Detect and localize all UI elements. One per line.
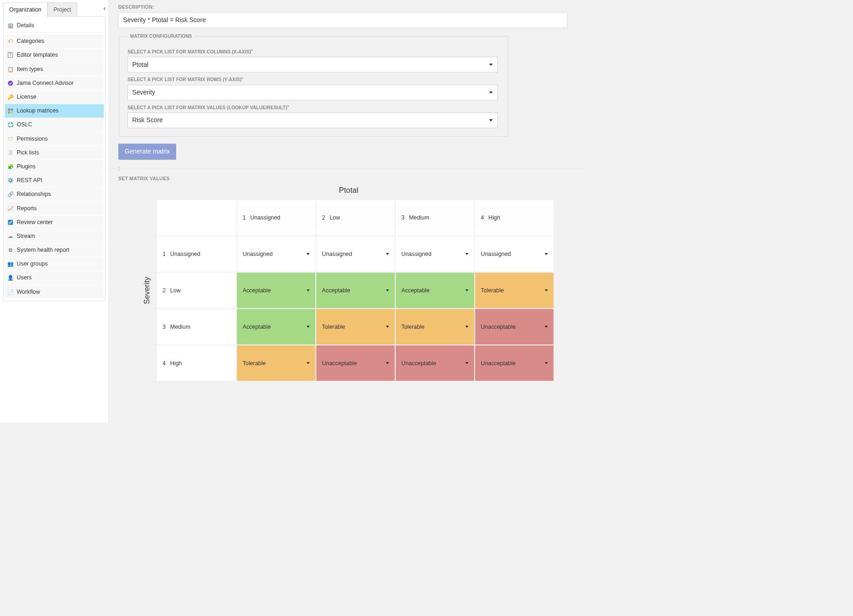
matrix-cell[interactable]: Unassigned xyxy=(316,236,395,272)
columns-select[interactable]: Ptotal xyxy=(127,57,498,72)
chevron-down-icon xyxy=(307,290,310,291)
matrix-cell[interactable]: Acceptable xyxy=(237,272,315,308)
chevron-down-icon xyxy=(489,64,493,66)
sidebar-item-user-groups[interactable]: 👥 User groups xyxy=(5,257,104,271)
generate-matrix-button[interactable]: Generate matrix xyxy=(118,143,177,160)
matrix-cell[interactable]: Acceptable xyxy=(396,272,474,308)
sidebar-item-label: Categories xyxy=(17,38,44,44)
svg-point-5 xyxy=(8,123,13,127)
sidebar-item-license[interactable]: 🔑 License xyxy=(5,90,104,104)
sidebar-item-workflow[interactable]: 📄 Workflow xyxy=(5,285,104,298)
sidebar-item-oslc[interactable]: OSLC xyxy=(5,118,104,131)
sidebar-item-label: Item types xyxy=(17,66,43,72)
user-icon: 👤 xyxy=(7,275,14,281)
matrix-cell[interactable]: Tolerable xyxy=(316,309,395,344)
sidebar-item-label: Lookup matrices xyxy=(17,107,59,114)
matrix-col-header: 2Low xyxy=(316,206,395,230)
sidebar-item-stream[interactable]: ☁ Stream xyxy=(5,229,104,243)
sidebar-item-pick-lists[interactable]: ☰ Pick lists xyxy=(5,146,104,159)
matrix-cell-value: Acceptable xyxy=(322,287,350,294)
chevron-down-icon xyxy=(386,326,389,328)
section-divider xyxy=(109,168,585,169)
matrix-cell-value: Unassigned xyxy=(481,251,511,257)
matrix-cell[interactable]: Unacceptable xyxy=(475,345,553,381)
matrix-cell[interactable]: Unassigned xyxy=(396,236,474,272)
matrix-cell-value: Acceptable xyxy=(243,287,271,294)
groups-icon: 👥 xyxy=(7,261,14,267)
description-input[interactable] xyxy=(118,12,568,28)
matrix-cell-value: Tolerable xyxy=(243,360,266,366)
sidebar-item-label: Plugins xyxy=(17,163,36,170)
matrix-cell[interactable]: Tolerable xyxy=(475,272,553,308)
editor-icon: 🅃 xyxy=(7,52,14,59)
matrix-cell[interactable]: Tolerable xyxy=(396,309,474,344)
grid-icon xyxy=(7,108,14,114)
matrix-cell[interactable]: Unassigned xyxy=(237,236,315,272)
tab-organization[interactable]: Organization xyxy=(3,2,47,17)
sidebar-item-system-health[interactable]: ⧉ System health report xyxy=(5,243,104,257)
item-types-icon: 📋 xyxy=(7,66,14,72)
matrix-table: 1Unassigned 2Low 3Medium 4High 1Unassign… xyxy=(156,199,554,382)
sidebar-item-lookup-matrices[interactable]: Lookup matrices xyxy=(5,104,104,118)
details-icon: 🏢 xyxy=(7,22,14,29)
matrix-cell-value: Unacceptable xyxy=(481,360,516,366)
matrix-cell[interactable]: Unassigned xyxy=(475,236,553,272)
chevron-down-icon xyxy=(545,290,548,291)
sidebar-item-categories[interactable]: 🏷 Categories xyxy=(5,35,104,48)
sidebar-item-details[interactable]: 🏢 Details xyxy=(5,18,104,32)
sidebar-item-label: Jama Connect Advisor xyxy=(17,80,74,86)
matrix-cell-value: Unassigned xyxy=(322,251,352,257)
matrix-cell[interactable]: Acceptable xyxy=(237,309,315,344)
matrix-cell-value: Acceptable xyxy=(243,323,271,330)
sidebar-item-reports[interactable]: 📈 Reports xyxy=(5,201,104,215)
matrix-row-header: 3Medium xyxy=(157,309,236,344)
shield-icon: 🛡 xyxy=(7,136,14,142)
sidebar-item-permissions[interactable]: 🛡 Permissions xyxy=(5,132,104,145)
matrix-col-header: 3Medium xyxy=(396,206,474,230)
svg-rect-2 xyxy=(11,108,13,111)
link-icon: 🔗 xyxy=(7,191,14,198)
rows-select[interactable]: Severity xyxy=(127,85,498,101)
sidebar-item-label: OSLC xyxy=(17,121,32,128)
matrix-cell[interactable]: Unacceptable xyxy=(396,345,474,381)
sidebar-item-editor-templates[interactable]: 🅃 Editor templates xyxy=(5,48,104,62)
columns-select-value: Ptotal xyxy=(132,61,148,68)
circle-icon xyxy=(7,122,14,128)
tab-project[interactable]: Project xyxy=(47,2,77,17)
sidebar-item-review-center[interactable]: Review center xyxy=(5,215,104,229)
collapse-sidebar-icon[interactable]: ‹‹ xyxy=(103,2,104,12)
sidebar-item-label: User groups xyxy=(17,261,47,267)
chevron-down-icon xyxy=(386,362,389,364)
values-label: SELECT A PICK LIST FOR MATRIX VALUES (LO… xyxy=(127,105,499,110)
values-select[interactable]: Risk Score xyxy=(127,113,498,128)
main-content: DESCRIPTION: MATRIX CONFIGURATIONS SELEC… xyxy=(109,0,585,422)
sidebar-item-item-types[interactable]: 📋 Item types xyxy=(5,62,104,76)
sidebar-item-jama-advisor[interactable]: Jama Connect Advisor xyxy=(5,76,104,89)
matrix-corner xyxy=(157,200,236,236)
description-label: DESCRIPTION: xyxy=(118,5,579,10)
chevron-down-icon xyxy=(489,119,493,122)
sidebar-item-plugins[interactable]: 🧩 Plugins xyxy=(5,160,104,173)
matrix-cell[interactable]: Acceptable xyxy=(316,272,395,308)
sidebar: Organization Project ‹‹ 🏢 Details 🏷 Cate… xyxy=(0,0,109,422)
sidebar-item-label: Workflow xyxy=(17,289,40,295)
list-icon: ☰ xyxy=(7,149,14,156)
sidebar-item-label: Pick lists xyxy=(17,149,39,156)
chevron-down-icon xyxy=(307,326,310,328)
columns-label: SELECT A PICK LIST FOR MATRIX COLUMNS (X… xyxy=(127,49,499,54)
sidebar-item-users[interactable]: 👤 Users xyxy=(5,271,104,284)
sidebar-item-label: Reports xyxy=(17,205,36,212)
matrix-cell[interactable]: Tolerable xyxy=(237,345,315,381)
matrix-cell[interactable]: Unacceptable xyxy=(475,309,553,344)
matrix-cell[interactable]: Unacceptable xyxy=(316,345,395,381)
matrix-cell-value: Unacceptable xyxy=(481,323,516,330)
sidebar-item-label: Editor templates xyxy=(17,52,58,59)
sidebar-item-relationships[interactable]: 🔗 Relationships xyxy=(5,188,104,201)
chevron-down-icon xyxy=(465,326,468,328)
matrix-wrap: Ptotal Severity 1Unassigned 2Low 3Medium… xyxy=(118,184,579,382)
sidebar-item-rest-api[interactable]: ⚙️ REST API xyxy=(5,174,104,187)
chevron-down-icon xyxy=(386,290,389,291)
matrix-x-title: Ptotal xyxy=(339,186,358,195)
matrix-cell-value: Unacceptable xyxy=(402,360,437,366)
advisor-icon xyxy=(7,80,14,86)
